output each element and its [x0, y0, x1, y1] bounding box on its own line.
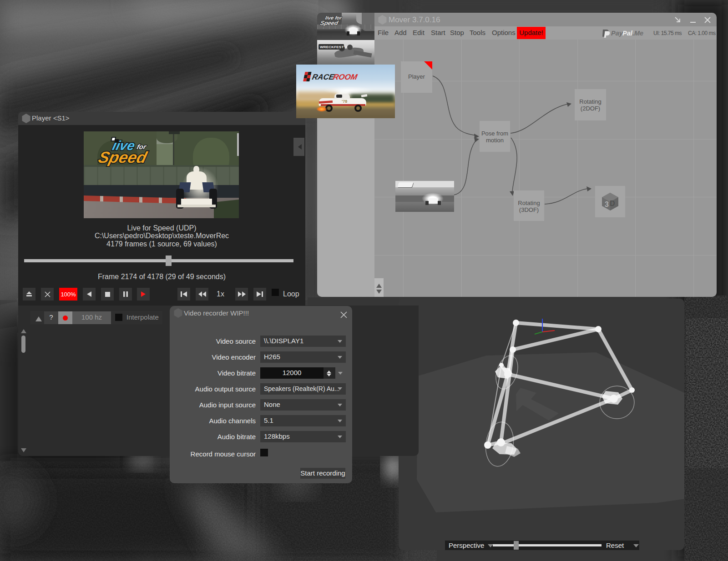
svg-text:RACE: RACE: [311, 72, 335, 81]
svg-text:3: 3: [605, 200, 609, 208]
svg-text:Pay: Pay: [611, 30, 623, 37]
svg-text:ROOM: ROOM: [332, 72, 359, 81]
svg-text:D: D: [610, 200, 615, 207]
svg-text:Speed: Speed: [96, 148, 149, 166]
svg-text:Pal: Pal: [622, 30, 633, 37]
svg-text:Speed: Speed: [319, 20, 339, 26]
svg-text:.Me: .Me: [632, 30, 643, 37]
